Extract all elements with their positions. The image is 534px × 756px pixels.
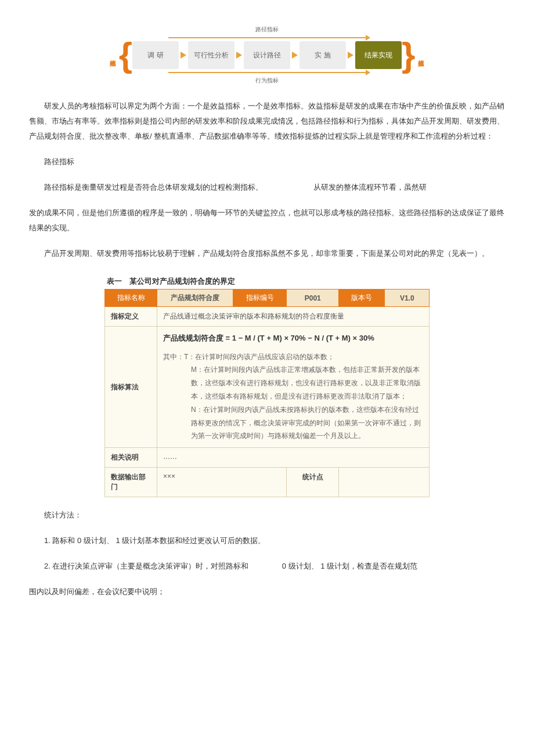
arrow-icon [292,52,298,59]
flow-steps: 调 研 可行性分析 设计路径 实 施 结果实现 [132,41,402,69]
top-arrow-icon [168,37,366,38]
row-def-value: 产品线通过概念决策评审的版本和路标规划的符合程度衡量 [157,307,430,327]
flow-step-design: 设计路径 [244,41,290,69]
th-name-value: 产品规划符合度 [157,290,233,307]
definition-table: 指标名称 产品规划符合度 指标编号 P001 版本号 V1.0 指标定义 产品线… [104,289,430,497]
definition-table-wrap: 表一 某公司对产品规划符合度的界定 指标名称 产品规划符合度 指标编号 P001… [104,272,430,497]
stat-method-item-2: 2. 在进行决策点评审（主要是概念决策评审）时，对照路标和 0 级计划、 1 级… [29,559,505,574]
row-algo-value: 产品线规划符合度 = 1 − M / (T + M) × 70% − N / (… [157,327,430,448]
left-brace-icon: { [119,39,132,71]
th-code-value: P001 [287,290,339,307]
flow-step-feasibility: 可行性分析 [188,41,234,69]
flow-step-implement: 实 施 [300,41,346,69]
stat-method-item-2-cont: 围内以及时间偏差，在会议纪要中说明； [29,584,505,599]
item2a: 2. 在进行决策点评审（主要是概念决策评审）时，对照路标和 [44,562,248,570]
diagram-bottom-label: 行为指标 [104,74,430,87]
th-ver-value: V1.0 [385,290,430,307]
process-flow-diagram: 路径指标 效率指标 { 调 研 可行性分析 设计路径 实 施 结果实现 } 效益… [104,23,430,87]
algo-n: N：在计算时间段内该产品线未按路标执行的版本数，这些版本在没有经过路标更改的情况… [191,403,423,443]
right-brace-icon: } [402,39,415,71]
flow-step-result: 结果实现 [355,41,402,69]
path-metric-paragraph-2: 产品开发周期、研发费用等指标比较易于理解，产品规划符合度指标虽然不多见，却非常重… [29,246,505,261]
arrow-icon [236,52,242,59]
th-ver-label: 版本号 [339,290,385,307]
p3b: 从研发的整体流程环节看，虽然研 [313,183,427,191]
item2b: 0 级计划、 1 级计划，检查是否在规划范 [282,562,417,570]
row-statpoint-value [339,468,430,497]
arrow-icon [348,52,353,59]
row-output-label: 数据输出部门 [105,468,157,497]
row-output-value: ××× [157,468,287,497]
algo-m: M：在计算时间段内该产品线非正常增减版本数，包括非正常新开发的版本数，这些版本没… [191,363,423,403]
row-note-label: 相关说明 [105,448,157,468]
bottom-arrow-icon [168,72,366,73]
path-metric-paragraph-1-cont: 发的成果不同，但是他们所遵循的程序是一致的，明确每一环节的关键监控点，也就可以形… [29,205,505,236]
stat-method-item-1: 1. 路标和 0 级计划、 1 级计划基本数据和经过更改认可后的数据。 [29,533,505,548]
p3a: 路径指标是衡量研发过程是否符合总体研发规划的过程检测指标。 [44,183,263,191]
diagram-top-label: 路径指标 [104,23,430,36]
diagram-main-row: 效率指标 { 调 研 可行性分析 设计路径 实 施 结果实现 } 效益指标 [104,39,430,71]
stat-method-heading: 统计方法： [29,508,505,523]
intro-paragraph: 研发人员的考核指标可以界定为两个方面：一个是效益指标，一个是效率指标。效益指标是… [29,99,505,144]
flow-step-research: 调 研 [132,41,179,69]
path-metric-paragraph-1: 路径指标是衡量研发过程是否符合总体研发规划的过程检测指标。 从研发的整体流程环节… [29,180,505,195]
arrow-icon [181,52,186,59]
algo-where: 其中：T：在计算时间段内该产品线应该启动的版本数； [163,350,423,364]
row-algo-label: 指标算法 [105,327,157,448]
th-name-label: 指标名称 [105,290,157,307]
algo-formula: 产品线规划符合度 = 1 − M / (T + M) × 70% − N / (… [163,331,423,346]
row-note-value: …… [157,448,430,468]
row-statpoint-label: 统计点 [287,468,339,497]
th-code-label: 指标编号 [233,290,287,307]
row-def-label: 指标定义 [105,307,157,327]
table-title: 表一 某公司对产品规划符合度的界定 [104,272,430,289]
section-heading-path-metric: 路径指标 [29,154,505,169]
